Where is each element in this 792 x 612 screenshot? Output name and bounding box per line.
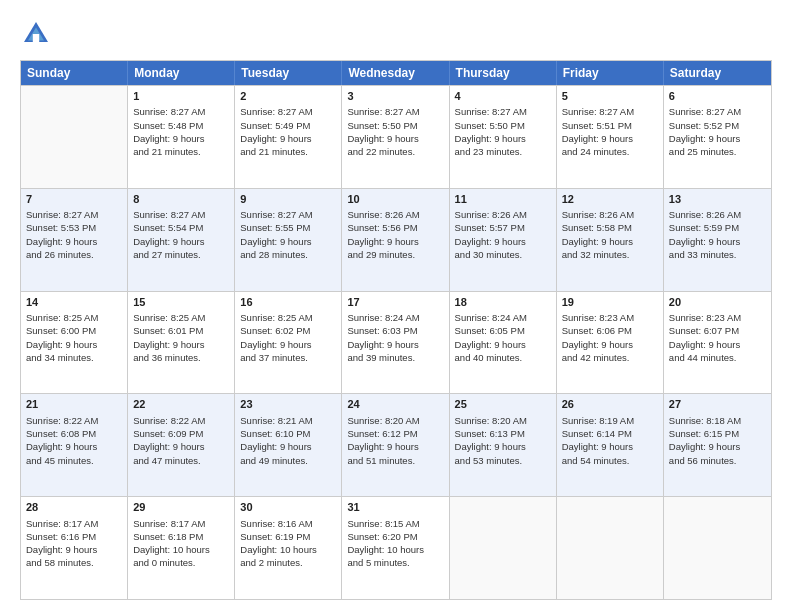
day-info-line: Sunset: 6:20 PM: [347, 530, 443, 543]
day-cell-20: 20Sunrise: 8:23 AMSunset: 6:07 PMDayligh…: [664, 292, 771, 394]
day-info-line: Sunset: 5:59 PM: [669, 221, 766, 234]
day-cell-12: 12Sunrise: 8:26 AMSunset: 5:58 PMDayligh…: [557, 189, 664, 291]
day-cell-31: 31Sunrise: 8:15 AMSunset: 6:20 PMDayligh…: [342, 497, 449, 599]
day-cell-5: 5Sunrise: 8:27 AMSunset: 5:51 PMDaylight…: [557, 86, 664, 188]
day-info-line: Daylight: 9 hours: [347, 338, 443, 351]
empty-cell: [450, 497, 557, 599]
day-info-line: Daylight: 9 hours: [240, 235, 336, 248]
day-cell-7: 7Sunrise: 8:27 AMSunset: 5:53 PMDaylight…: [21, 189, 128, 291]
day-info-line: Sunset: 6:13 PM: [455, 427, 551, 440]
day-cell-27: 27Sunrise: 8:18 AMSunset: 6:15 PMDayligh…: [664, 394, 771, 496]
day-info-line: Daylight: 9 hours: [669, 440, 766, 453]
day-info-line: Daylight: 9 hours: [26, 440, 122, 453]
day-info-line: Sunrise: 8:27 AM: [347, 105, 443, 118]
day-cell-18: 18Sunrise: 8:24 AMSunset: 6:05 PMDayligh…: [450, 292, 557, 394]
day-info-line: Sunrise: 8:15 AM: [347, 517, 443, 530]
day-info-line: Daylight: 9 hours: [562, 235, 658, 248]
day-info-line: Sunset: 6:05 PM: [455, 324, 551, 337]
day-info-line: Sunrise: 8:23 AM: [562, 311, 658, 324]
day-number: 12: [562, 192, 658, 207]
day-info-line: Daylight: 9 hours: [347, 235, 443, 248]
day-info-line: and 39 minutes.: [347, 351, 443, 364]
day-info-line: and 34 minutes.: [26, 351, 122, 364]
day-info-line: Sunrise: 8:26 AM: [455, 208, 551, 221]
day-number: 9: [240, 192, 336, 207]
calendar-row: 7Sunrise: 8:27 AMSunset: 5:53 PMDaylight…: [21, 188, 771, 291]
day-info-line: Sunrise: 8:27 AM: [133, 105, 229, 118]
logo-icon: [20, 18, 52, 50]
day-number: 14: [26, 295, 122, 310]
day-info-line: Daylight: 9 hours: [455, 132, 551, 145]
day-number: 13: [669, 192, 766, 207]
day-number: 5: [562, 89, 658, 104]
day-info-line: Sunrise: 8:17 AM: [26, 517, 122, 530]
day-info-line: Daylight: 9 hours: [455, 338, 551, 351]
day-number: 3: [347, 89, 443, 104]
day-info-line: and 40 minutes.: [455, 351, 551, 364]
day-info-line: Sunset: 6:16 PM: [26, 530, 122, 543]
day-info-line: Daylight: 9 hours: [26, 235, 122, 248]
day-info-line: Sunrise: 8:22 AM: [26, 414, 122, 427]
day-number: 2: [240, 89, 336, 104]
header: [20, 18, 772, 50]
day-info-line: and 23 minutes.: [455, 145, 551, 158]
day-info-line: Sunset: 6:00 PM: [26, 324, 122, 337]
day-info-line: Daylight: 9 hours: [240, 132, 336, 145]
day-info-line: and 27 minutes.: [133, 248, 229, 261]
day-info-line: Daylight: 10 hours: [240, 543, 336, 556]
day-cell-26: 26Sunrise: 8:19 AMSunset: 6:14 PMDayligh…: [557, 394, 664, 496]
day-info-line: Sunset: 5:58 PM: [562, 221, 658, 234]
day-info-line: Sunrise: 8:27 AM: [240, 105, 336, 118]
header-day-friday: Friday: [557, 61, 664, 85]
calendar: SundayMondayTuesdayWednesdayThursdayFrid…: [20, 60, 772, 600]
day-info-line: and 49 minutes.: [240, 454, 336, 467]
day-info-line: Sunset: 6:06 PM: [562, 324, 658, 337]
day-cell-8: 8Sunrise: 8:27 AMSunset: 5:54 PMDaylight…: [128, 189, 235, 291]
day-number: 28: [26, 500, 122, 515]
day-cell-15: 15Sunrise: 8:25 AMSunset: 6:01 PMDayligh…: [128, 292, 235, 394]
day-number: 24: [347, 397, 443, 412]
svg-rect-2: [33, 34, 39, 42]
day-info-line: Sunset: 6:03 PM: [347, 324, 443, 337]
calendar-body: 1Sunrise: 8:27 AMSunset: 5:48 PMDaylight…: [21, 85, 771, 599]
calendar-row: 1Sunrise: 8:27 AMSunset: 5:48 PMDaylight…: [21, 85, 771, 188]
day-info-line: Sunrise: 8:24 AM: [455, 311, 551, 324]
day-info-line: and 54 minutes.: [562, 454, 658, 467]
day-info-line: Sunset: 6:12 PM: [347, 427, 443, 440]
day-info-line: Sunset: 6:07 PM: [669, 324, 766, 337]
day-info-line: Sunrise: 8:22 AM: [133, 414, 229, 427]
day-cell-11: 11Sunrise: 8:26 AMSunset: 5:57 PMDayligh…: [450, 189, 557, 291]
day-info-line: Sunset: 5:57 PM: [455, 221, 551, 234]
page: SundayMondayTuesdayWednesdayThursdayFrid…: [0, 0, 792, 612]
day-info-line: Sunrise: 8:25 AM: [26, 311, 122, 324]
day-info-line: Sunrise: 8:21 AM: [240, 414, 336, 427]
day-info-line: Sunset: 6:10 PM: [240, 427, 336, 440]
day-cell-22: 22Sunrise: 8:22 AMSunset: 6:09 PMDayligh…: [128, 394, 235, 496]
day-number: 21: [26, 397, 122, 412]
day-info-line: Sunset: 6:08 PM: [26, 427, 122, 440]
day-cell-19: 19Sunrise: 8:23 AMSunset: 6:06 PMDayligh…: [557, 292, 664, 394]
day-info-line: Sunrise: 8:25 AM: [240, 311, 336, 324]
header-day-thursday: Thursday: [450, 61, 557, 85]
day-number: 30: [240, 500, 336, 515]
day-info-line: and 5 minutes.: [347, 556, 443, 569]
day-info-line: and 26 minutes.: [26, 248, 122, 261]
day-info-line: Sunset: 6:01 PM: [133, 324, 229, 337]
day-info-line: Daylight: 9 hours: [26, 543, 122, 556]
day-info-line: Sunrise: 8:19 AM: [562, 414, 658, 427]
day-cell-28: 28Sunrise: 8:17 AMSunset: 6:16 PMDayligh…: [21, 497, 128, 599]
day-info-line: Daylight: 9 hours: [26, 338, 122, 351]
header-day-sunday: Sunday: [21, 61, 128, 85]
empty-cell: [557, 497, 664, 599]
day-info-line: and 58 minutes.: [26, 556, 122, 569]
day-info-line: Sunset: 6:19 PM: [240, 530, 336, 543]
day-number: 7: [26, 192, 122, 207]
day-info-line: Sunset: 6:14 PM: [562, 427, 658, 440]
day-info-line: Sunrise: 8:23 AM: [669, 311, 766, 324]
day-info-line: Sunset: 5:54 PM: [133, 221, 229, 234]
day-info-line: Daylight: 10 hours: [347, 543, 443, 556]
day-info-line: and 32 minutes.: [562, 248, 658, 261]
day-cell-24: 24Sunrise: 8:20 AMSunset: 6:12 PMDayligh…: [342, 394, 449, 496]
empty-cell: [664, 497, 771, 599]
day-info-line: Daylight: 9 hours: [133, 338, 229, 351]
